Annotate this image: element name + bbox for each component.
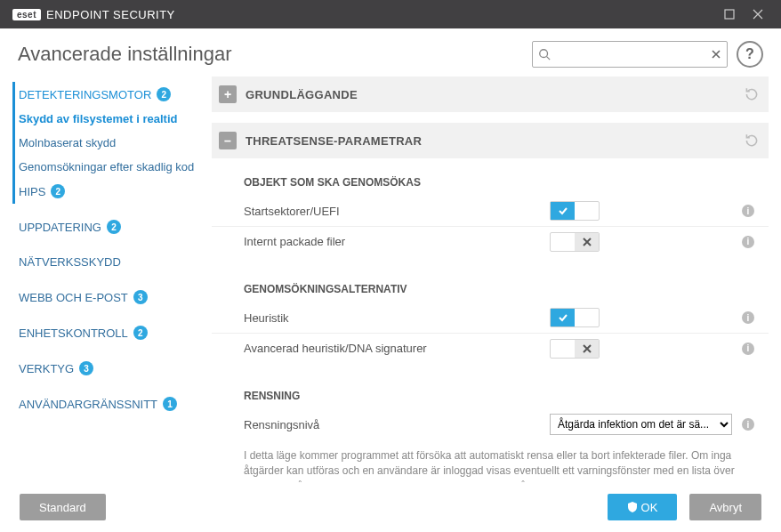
- search-box[interactable]: [532, 41, 728, 68]
- row-heuristics: Heuristik i: [212, 302, 769, 333]
- row-label: Avancerad heuristik/DNA signaturer: [244, 342, 550, 355]
- help-icon: ?: [745, 46, 754, 62]
- sidebar-item-label: Molnbaserat skydd: [19, 136, 116, 149]
- sidebar-item-network-protection[interactable]: Nätverksskydd: [15, 250, 212, 274]
- sidebar-item-realtime-protection[interactable]: Skydd av filsystemet i realtid: [15, 107, 212, 131]
- row-cleaning-level: Rensningsnivå Åtgärda infektion om det ä…: [212, 409, 769, 439]
- row-label: Internt packade filer: [244, 235, 550, 248]
- clear-search-icon[interactable]: [711, 49, 721, 60]
- cancel-button[interactable]: Avbryt: [689, 494, 761, 520]
- sidebar-item-label: Uppdatering: [19, 221, 101, 234]
- row-advanced-heuristics: Avancerad heuristik/DNA signaturer i: [212, 333, 769, 363]
- row-boot-sectors: Startsektorer/UEFI i: [212, 196, 769, 226]
- help-button[interactable]: ?: [737, 41, 763, 68]
- info-icon[interactable]: i: [742, 236, 754, 248]
- sidebar-item-device-control[interactable]: Enhetskontroll 2: [15, 320, 212, 345]
- info-icon[interactable]: i: [742, 205, 754, 217]
- svg-point-1: [540, 50, 548, 58]
- header: Avancerade inställningar ?: [0, 28, 781, 77]
- toggle-heuristics[interactable]: [550, 308, 600, 327]
- cleaning-level-select[interactable]: Åtgärda infektion om det är sä...: [550, 414, 732, 435]
- subsection-objects-title: Objekt som ska genomsökas: [212, 169, 769, 196]
- badge: 2: [51, 184, 65, 198]
- badge: 2: [133, 326, 148, 340]
- sidebar-item-label: HIPS: [19, 185, 45, 198]
- svg-rect-0: [725, 10, 734, 19]
- search-input[interactable]: [551, 48, 711, 61]
- info-icon[interactable]: i: [742, 311, 754, 324]
- collapse-icon[interactable]: –: [219, 132, 237, 149]
- reset-icon[interactable]: [744, 86, 760, 102]
- shield-icon: [627, 502, 638, 512]
- default-button[interactable]: Standard: [20, 494, 106, 520]
- window-maximize-button[interactable]: [715, 0, 744, 28]
- sidebar-item-hips[interactable]: HIPS 2: [15, 179, 212, 204]
- section-threatsense-header[interactable]: – Threatsense-parametrar: [212, 123, 769, 158]
- sidebar-item-tools[interactable]: Verktyg 3: [15, 356, 212, 381]
- sidebar-item-label: Webb och e-post: [19, 291, 128, 304]
- badge: 2: [157, 87, 171, 101]
- section-title: Threatsense-parametrar: [246, 134, 735, 148]
- expand-icon[interactable]: +: [219, 85, 237, 103]
- window-close-button[interactable]: [744, 0, 772, 28]
- row-label: Heuristik: [244, 311, 550, 325]
- brand-text: ENDPOINT SECURITY: [46, 8, 175, 21]
- sidebar-item-label: Skydd av filsystemet i realtid: [19, 112, 177, 125]
- sidebar-item-detection-engine[interactable]: Detekteringsmotor 2: [15, 82, 212, 107]
- subsection-cleaning-title: Rensning: [212, 383, 769, 409]
- sidebar-item-label: Genomsökningar efter skadlig kod: [19, 160, 194, 173]
- brand-mark: eset: [12, 9, 41, 20]
- reset-icon[interactable]: [744, 133, 760, 149]
- brand: eset ENDPOINT SECURITY: [12, 8, 175, 21]
- toggle-advanced-heuristics[interactable]: [550, 339, 600, 359]
- row-internally-packed: Internt packade filer i: [212, 226, 769, 256]
- title-bar: eset ENDPOINT SECURITY: [0, 0, 781, 28]
- toggle-internally-packed[interactable]: [550, 232, 600, 252]
- sidebar: Detekteringsmotor 2 Skydd av filsystemet…: [0, 77, 212, 495]
- row-label: Rensningsnivå: [244, 418, 550, 431]
- sidebar-item-update[interactable]: Uppdatering 2: [15, 214, 212, 239]
- main-content: + Grundläggande – Threatsense-parametrar…: [212, 77, 781, 495]
- info-icon[interactable]: i: [742, 343, 754, 355]
- sidebar-item-label: Enhetskontroll: [19, 326, 128, 340]
- section-basic-header[interactable]: + Grundläggande: [212, 77, 769, 112]
- sidebar-group-detection: Detekteringsmotor 2 Skydd av filsystemet…: [12, 82, 212, 204]
- sidebar-item-ui[interactable]: Användargränssnitt 1: [15, 391, 212, 416]
- ok-button[interactable]: OK: [608, 494, 678, 520]
- sidebar-item-label: Nätverksskydd: [19, 255, 121, 269]
- subsection-scanopts-title: Genomsökningsalternativ: [212, 276, 769, 302]
- sidebar-item-cloud-protection[interactable]: Molnbaserat skydd: [15, 131, 212, 155]
- badge: 3: [79, 361, 93, 375]
- sidebar-item-label: Verktyg: [19, 362, 74, 375]
- badge: 3: [133, 290, 148, 304]
- row-label: Startsektorer/UEFI: [244, 205, 550, 218]
- sidebar-item-malware-scans[interactable]: Genomsökningar efter skadlig kod: [15, 155, 212, 179]
- badge: 2: [107, 220, 121, 234]
- footer: Standard OK Avbryt: [0, 482, 781, 532]
- info-icon[interactable]: i: [742, 418, 754, 431]
- page-title: Avancerade inställningar: [18, 43, 523, 66]
- sidebar-item-web-email[interactable]: Webb och e-post 3: [15, 285, 212, 310]
- search-icon: [538, 48, 551, 60]
- badge: 1: [163, 397, 177, 411]
- sidebar-item-label: Detekteringsmotor: [19, 88, 151, 101]
- toggle-boot-sectors[interactable]: [550, 201, 600, 221]
- sidebar-item-label: Användargränssnitt: [19, 398, 157, 411]
- section-title: Grundläggande: [246, 88, 735, 101]
